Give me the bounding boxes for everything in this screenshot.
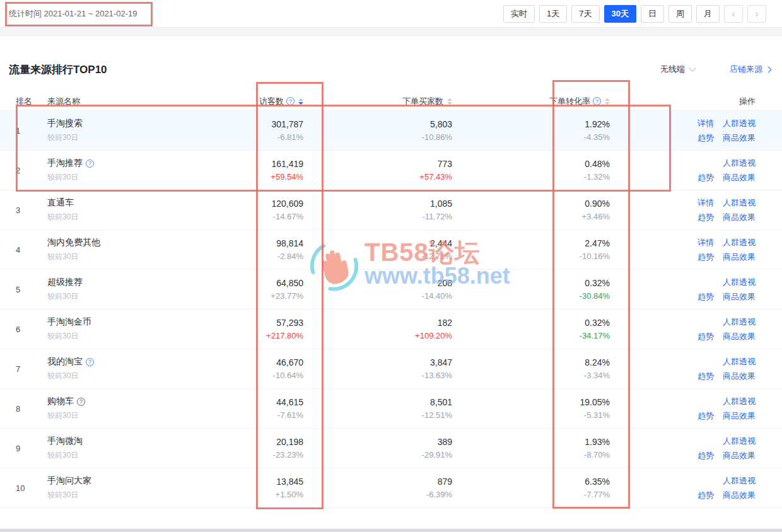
actions-line1: 人群透视 xyxy=(723,158,756,169)
source-name: 手淘搜索 xyxy=(47,118,83,129)
section-controls: 无线端 店铺来源 xyxy=(660,64,771,75)
action-link-商品效果[interactable]: 商品效果 xyxy=(723,450,756,461)
rank-value: 8 xyxy=(16,404,20,413)
visitors-value: 64,850 xyxy=(254,278,303,288)
sort-up-icon xyxy=(447,98,452,101)
help-icon[interactable]: ? xyxy=(593,97,601,105)
action-link-人群透视[interactable]: 人群透视 xyxy=(723,158,756,169)
action-link-人群透视[interactable]: 人群透视 xyxy=(723,436,756,447)
help-icon[interactable]: ? xyxy=(286,97,295,105)
compare-label: 较前30日 xyxy=(47,331,254,342)
action-link-趋势[interactable]: 趋势 xyxy=(697,212,714,223)
action-link-趋势[interactable]: 趋势 xyxy=(697,450,714,461)
table-row: 5 超级推荐 较前30日 64,850 +23.77% 208 -14.40% … xyxy=(0,270,782,309)
action-link-趋势[interactable]: 趋势 xyxy=(697,172,714,183)
sort-buyers-control[interactable] xyxy=(447,98,452,105)
action-link-商品效果[interactable]: 商品效果 xyxy=(723,291,756,303)
buyers-value: 5,803 xyxy=(303,119,452,129)
actions-cell: 人群透视 趋势商品效果 xyxy=(610,356,756,382)
action-link-趋势[interactable]: 趋势 xyxy=(697,331,714,342)
actions-cell: 人群透视 趋势商品效果 xyxy=(610,475,756,501)
conversion-value: 8.24% xyxy=(452,357,610,367)
source-cell: 直通车 较前30日 xyxy=(47,197,254,223)
header-buyers: 下单买家数 xyxy=(303,96,452,107)
range-button-实时[interactable]: 实时 xyxy=(503,5,535,23)
compare-label: 较前30日 xyxy=(47,172,254,183)
terminal-filter-dropdown[interactable]: 无线端 xyxy=(660,64,695,75)
action-link-详情[interactable]: 详情 xyxy=(697,197,714,209)
conversion-value: 0.90% xyxy=(452,199,610,209)
rank-cell: 1 xyxy=(16,125,47,136)
conversion-cell: 6.35% -7.77% xyxy=(452,477,610,499)
table-row: 2 手淘推荐 ? 较前30日 161,419 +59.54% 773 +57.4… xyxy=(0,151,782,190)
conversion-value: 2.47% xyxy=(452,238,610,248)
help-icon[interactable]: ? xyxy=(77,398,85,406)
action-link-人群透视[interactable]: 人群透视 xyxy=(723,197,756,209)
action-link-商品效果[interactable]: 商品效果 xyxy=(723,410,756,422)
source-cell: 手淘问大家 较前30日 xyxy=(47,475,254,500)
action-link-趋势[interactable]: 趋势 xyxy=(697,371,714,382)
range-button-7天[interactable]: 7天 xyxy=(571,5,599,23)
conversion-change: -3.34% xyxy=(452,371,610,380)
action-link-人群透视[interactable]: 人群透视 xyxy=(723,277,756,288)
source-name: 手淘问大家 xyxy=(47,475,91,487)
action-link-商品效果[interactable]: 商品效果 xyxy=(723,132,756,144)
source-name: 超级推荐 xyxy=(47,277,83,288)
action-link-详情[interactable]: 详情 xyxy=(697,118,714,129)
conversion-value: 0.32% xyxy=(452,278,610,288)
buyers-cell: 182 +109.20% xyxy=(303,318,452,340)
action-link-商品效果[interactable]: 商品效果 xyxy=(723,490,756,501)
action-link-人群透视[interactable]: 人群透视 xyxy=(723,396,756,407)
sort-visitors-control[interactable] xyxy=(298,98,303,105)
visitors-change: -10.64% xyxy=(254,371,303,380)
rank-value: 6 xyxy=(16,325,20,334)
help-icon[interactable]: ? xyxy=(86,358,94,366)
help-icon[interactable]: ? xyxy=(86,159,94,168)
store-source-link[interactable]: 店铺来源 xyxy=(730,64,771,75)
range-button-月[interactable]: 月 xyxy=(696,5,720,23)
actions-line1: 详情人群透视 xyxy=(697,118,756,129)
action-link-商品效果[interactable]: 商品效果 xyxy=(723,371,756,382)
next-page-button[interactable]: › xyxy=(747,5,766,23)
sort-conversion-control[interactable] xyxy=(605,98,610,105)
action-link-商品效果[interactable]: 商品效果 xyxy=(723,252,756,263)
action-link-趋势[interactable]: 趋势 xyxy=(697,291,714,303)
conversion-cell: 1.92% -4.35% xyxy=(452,119,610,142)
action-link-商品效果[interactable]: 商品效果 xyxy=(723,212,756,223)
rank-cell: 3 xyxy=(16,204,47,216)
table-row: 9 手淘微淘 较前30日 20,198 -23.23% 389 -29.91% … xyxy=(0,429,782,468)
action-link-趋势[interactable]: 趋势 xyxy=(697,132,714,144)
action-link-趋势[interactable]: 趋势 xyxy=(697,490,714,501)
actions-line2: 趋势商品效果 xyxy=(697,212,756,223)
buyers-cell: 389 -29.91% xyxy=(303,437,452,460)
action-link-人群透视[interactable]: 人群透视 xyxy=(723,316,756,328)
action-link-人群透视[interactable]: 人群透视 xyxy=(723,475,756,487)
range-button-1天[interactable]: 1天 xyxy=(539,5,567,23)
range-button-日[interactable]: 日 xyxy=(641,5,664,23)
action-link-商品效果[interactable]: 商品效果 xyxy=(723,331,756,342)
page-bottom-edge xyxy=(0,529,782,532)
table-row: 6 手淘淘金币 较前30日 57,293 +217.80% 182 +109.2… xyxy=(0,309,782,349)
conversion-change: -1.32% xyxy=(452,172,610,182)
visitors-change: -6.81% xyxy=(254,132,303,142)
buyers-value: 3,847 xyxy=(303,357,452,367)
actions-line1: 详情人群透视 xyxy=(697,237,756,248)
buyers-change: -29.91% xyxy=(303,450,452,460)
action-link-详情[interactable]: 详情 xyxy=(697,237,714,248)
action-link-趋势[interactable]: 趋势 xyxy=(697,252,714,263)
table-body: 1 手淘搜索 较前30日 301,787 -6.81% 5,803 -10.86… xyxy=(0,111,782,508)
action-link-趋势[interactable]: 趋势 xyxy=(697,410,714,422)
action-link-人群透视[interactable]: 人群透视 xyxy=(723,237,756,248)
source-name: 手淘推荐 xyxy=(47,158,83,169)
action-link-人群透视[interactable]: 人群透视 xyxy=(723,118,756,129)
actions-cell: 人群透视 趋势商品效果 xyxy=(610,396,756,422)
action-link-商品效果[interactable]: 商品效果 xyxy=(723,172,756,183)
rank-value: 4 xyxy=(16,245,20,255)
visitors-change: -23.23% xyxy=(254,450,303,460)
range-button-周[interactable]: 周 xyxy=(668,5,692,23)
action-link-人群透视[interactable]: 人群透视 xyxy=(723,356,756,367)
source-name: 直通车 xyxy=(47,197,74,209)
range-button-30天[interactable]: 30天 xyxy=(604,5,636,23)
visitors-value: 13,845 xyxy=(254,477,303,487)
prev-page-button[interactable]: ‹ xyxy=(724,5,743,23)
